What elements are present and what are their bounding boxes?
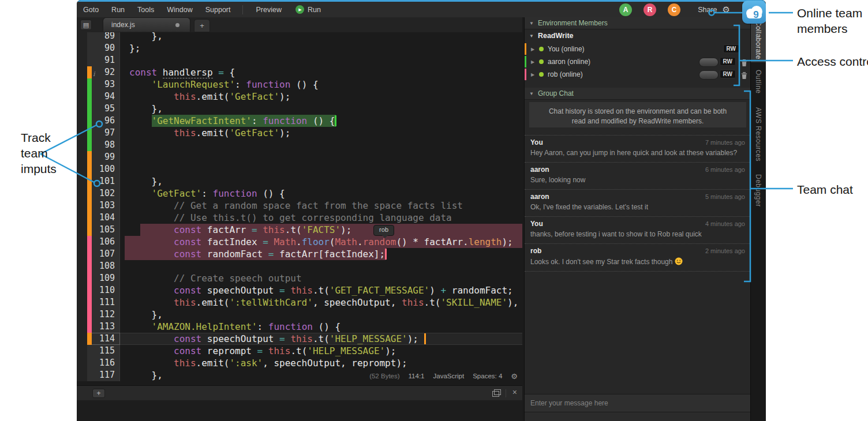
code-text[interactable]: const randomFact = factArr[factIndex]; (120, 248, 522, 260)
avatar-a[interactable]: A (619, 3, 632, 16)
rw-badge[interactable]: RW (720, 57, 736, 66)
new-console-tab-button[interactable]: + (92, 389, 105, 398)
code-text[interactable]: const handlersp = { (120, 66, 522, 78)
code-text[interactable]: }, (120, 175, 522, 187)
close-console-icon[interactable]: × (512, 388, 517, 397)
syntax-mode[interactable]: JavaScript (433, 373, 465, 379)
chevron-right-icon[interactable]: ▶ (531, 59, 534, 65)
code-text[interactable] (120, 151, 522, 163)
code-line[interactable]: 114 const speechOutput = this.t('HELP_ME… (77, 333, 522, 345)
code-text[interactable]: }, (120, 103, 522, 115)
code-line[interactable]: 101 }, (77, 175, 522, 187)
share-button[interactable]: Share ⚙ (698, 5, 730, 15)
menu-goto[interactable]: Goto (77, 6, 105, 14)
code-line[interactable]: 107 const randomFact = factArr[factIndex… (77, 248, 522, 260)
code-line[interactable]: 103 // Get a random space fact from the … (77, 200, 522, 212)
gear-icon[interactable]: ⚙ (723, 5, 730, 15)
menu-support[interactable]: Support (199, 6, 237, 14)
code-text[interactable]: 'AMAZON.HelpIntent': function () { (120, 321, 522, 333)
code-text[interactable]: const speechOutput = this.t('GET_FACT_ME… (120, 284, 522, 296)
code-text[interactable] (120, 54, 522, 66)
code-text[interactable] (120, 260, 522, 272)
code-text[interactable]: // Create speech output (120, 272, 522, 284)
menu-window[interactable]: Window (160, 6, 199, 14)
code-line[interactable]: 106 const factIndex = Math.floor(Math.ra… (77, 236, 522, 248)
code-line[interactable]: 98 (77, 139, 522, 151)
menu-tools[interactable]: Tools (131, 6, 160, 14)
code-text[interactable]: }; (120, 42, 522, 54)
code-editor[interactable]: 89 },90};91i92const handlersp = {93 'Lau… (77, 32, 522, 385)
code-line[interactable]: 102 'GetFact': function () { (77, 187, 522, 200)
code-text[interactable]: const reprompt = this.t('HELP_MESSAGE'); (120, 345, 522, 357)
code-line[interactable]: 110 const speechOutput = this.t('GET_FAC… (77, 284, 522, 296)
chevron-right-icon[interactable]: ▶ (531, 72, 534, 77)
code-line[interactable]: 94 this.emit('GetFact'); (77, 91, 522, 103)
delete-member-icon[interactable] (741, 58, 747, 69)
code-text[interactable]: this.emit(':ask', speechOutput, reprompt… (120, 357, 522, 369)
code-line[interactable]: 108 (77, 260, 522, 272)
tab-aws-resources[interactable]: AWS Resources (751, 104, 766, 165)
code-text[interactable]: const speechOutput = this.t('HELP_MESSAG… (120, 333, 522, 345)
permission-toggle[interactable] (699, 58, 719, 67)
settings-gear-icon[interactable]: ⚙ (511, 372, 518, 381)
code-line[interactable]: 104 // Use this.t() to get corresponding… (77, 212, 522, 224)
member-row[interactable]: ▶rob (online)RW (525, 68, 751, 81)
delete-member-icon[interactable] (741, 71, 747, 81)
environment-members-header[interactable]: ▼ Environment Members (525, 17, 751, 29)
group-chat-header[interactable]: ▼ Group Chat (525, 88, 751, 100)
code-text[interactable]: const factIndex = Math.floor(Math.random… (120, 236, 522, 248)
code-line[interactable]: 96 'GetNewFactIntent': function () { (77, 115, 522, 127)
code-line[interactable]: 95 }, (77, 103, 522, 115)
rw-badge[interactable]: RW (720, 70, 736, 78)
code-text[interactable]: const factArr = this.t('FACTS'); (120, 224, 522, 236)
code-line[interactable]: 93 'LaunchRequest': function () { (77, 78, 522, 91)
code-text[interactable]: 'LaunchRequest': function () { (120, 78, 522, 91)
chat-message[interactable]: aaron5 minutes agoOk, I've fixed the var… (525, 189, 751, 216)
code-line[interactable]: 109 // Create speech output (77, 272, 522, 284)
code-line[interactable]: 112 }, (77, 309, 522, 321)
preview-button[interactable]: Preview (249, 6, 288, 14)
restore-panel-icon[interactable] (492, 391, 499, 397)
code-line[interactable]: 89 }, (77, 32, 522, 42)
code-line[interactable]: 97 this.emit('GetFact'); (77, 127, 522, 139)
cursor-position[interactable]: 114:1 (409, 373, 425, 379)
code-line[interactable]: 90}; (77, 42, 522, 54)
readwrite-group-header[interactable]: ▼ ReadWrite (525, 29, 751, 42)
chevron-right-icon[interactable]: ▶ (531, 47, 534, 52)
permission-toggle[interactable] (699, 70, 719, 80)
chat-message[interactable]: rob2 minutes agoLooks ok. I don't see my… (525, 243, 751, 271)
avatar-r[interactable]: R (643, 3, 656, 16)
run-button[interactable]: ▶ Run (289, 5, 328, 14)
code-line[interactable]: 99 (77, 151, 522, 163)
avatar-c[interactable]: C (668, 3, 680, 16)
code-line[interactable]: 105 const factArr = this.t('FACTS'); (77, 224, 522, 236)
tab-collaborate[interactable]: Collaborate (751, 17, 766, 62)
console-panel[interactable] (77, 400, 522, 421)
chat-message[interactable]: You7 minutes agoHey Aaron, can you jump … (525, 135, 751, 162)
member-row[interactable]: ▶You (online)RW (525, 43, 751, 55)
code-text[interactable]: this.emit(':tellWithCard', speechOutput,… (120, 296, 522, 309)
menu-run[interactable]: Run (105, 6, 131, 14)
new-tab-button[interactable]: + (194, 19, 210, 32)
code-line[interactable]: 113 'AMAZON.HelpIntent': function () { (77, 321, 522, 333)
code-line[interactable]: 100 (77, 163, 522, 175)
code-text[interactable]: }, (120, 32, 522, 42)
code-text[interactable]: this.emit('GetFact'); (120, 91, 522, 103)
code-text[interactable]: 'GetFact': function () { (120, 187, 522, 200)
tab-outline[interactable]: Outline (751, 66, 766, 98)
code-line[interactable]: i92const handlersp = { (77, 66, 522, 78)
member-row[interactable]: ▶aaron (online)RW (525, 55, 751, 68)
code-line[interactable]: 111 this.emit(':tellWithCard', speechOut… (77, 296, 522, 309)
code-text[interactable] (120, 139, 522, 151)
rw-badge[interactable]: RW (723, 44, 739, 53)
code-text[interactable]: 'GetNewFactIntent': function () { (120, 115, 522, 127)
code-line[interactable]: 115 const reprompt = this.t('HELP_MESSAG… (77, 345, 522, 357)
code-line[interactable]: 116 this.emit(':ask', speechOutput, repr… (77, 357, 522, 369)
tab-debugger[interactable]: Debugger (751, 170, 766, 211)
code-text[interactable]: }, (120, 309, 522, 321)
chat-message[interactable]: You4 minutes agothanks, before testing i… (525, 216, 751, 243)
tab-index-js[interactable]: index.js (103, 17, 190, 32)
code-text[interactable] (120, 163, 522, 175)
code-text[interactable]: // Use this.t() to get corresponding lan… (120, 212, 522, 224)
tab-list-icon[interactable]: ▤ (80, 20, 92, 30)
